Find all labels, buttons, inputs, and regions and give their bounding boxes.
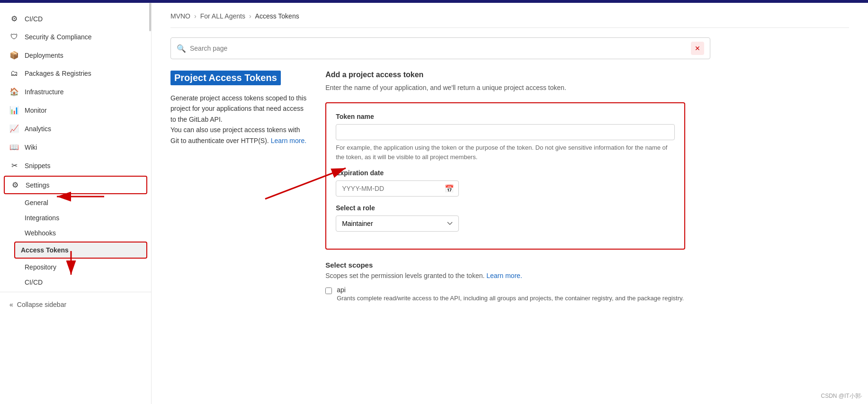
sidebar-item-label: Infrastructure <box>25 88 63 96</box>
wiki-icon: 📖 <box>9 143 19 152</box>
sidebar-sub-label: Integrations <box>25 214 59 222</box>
desc-line2: project for your applications that need … <box>170 105 304 112</box>
scopes-subtitle: Scopes set the permission levels granted… <box>325 272 685 279</box>
breadcrumb-divider <box>170 27 849 28</box>
sidebar-item-security[interactable]: 🛡 Security & Compliance <box>0 28 151 46</box>
settings-icon: ⚙ <box>10 180 20 189</box>
sidebar-sub-cicd[interactable]: CI/CD <box>0 275 151 290</box>
scopes-subtitle-text: Scopes set the permission levels granted… <box>325 272 484 279</box>
desc-line4: You can also use project access tokens w… <box>170 126 300 134</box>
sidebar-item-label: Deployments <box>25 52 63 59</box>
scroll-indicator <box>149 3 151 31</box>
collapse-arrow-icon: « <box>9 301 13 308</box>
sidebar-sub-repository[interactable]: Repository <box>0 260 151 275</box>
token-name-input[interactable] <box>336 124 675 140</box>
breadcrumb-sep-2: › <box>249 12 251 20</box>
desc-line5: Git to authenticate over HTTP(S). <box>170 137 269 144</box>
scopes-title: Select scopes <box>325 261 685 269</box>
form-section-subtitle: Enter the name of your application, and … <box>325 83 685 93</box>
sidebar-item-label: Analytics <box>25 125 51 133</box>
sidebar-item-snippets[interactable]: ✂ Snippets <box>0 156 151 175</box>
sidebar-item-label: Security & Compliance <box>25 33 92 41</box>
packages-icon: 🗂 <box>9 69 19 78</box>
sidebar-item-label: Monitor <box>25 107 47 114</box>
sidebar-item-analytics[interactable]: 📈 Analytics <box>0 119 151 138</box>
sidebar-item-packages[interactable]: 🗂 Packages & Registries <box>0 64 151 82</box>
search-input[interactable] <box>190 45 687 52</box>
right-column: Add a project access token Enter the nam… <box>325 71 685 308</box>
sidebar-item-label: Packages & Registries <box>25 70 91 77</box>
sidebar-sub-integrations[interactable]: Integrations <box>0 210 151 225</box>
token-name-group: Token name For example, the application … <box>336 113 675 162</box>
desc-line3: to the GitLab API. <box>170 116 223 123</box>
sidebar-sub-label: Access Tokens <box>21 246 69 254</box>
search-icon: 🔍 <box>177 44 186 53</box>
expiration-date-group: Expiration date 📅 <box>336 169 675 197</box>
token-name-hint: For example, the application using the t… <box>336 143 675 162</box>
form-section-title: Add a project access token <box>325 71 685 79</box>
monitor-icon: 📊 <box>9 106 19 115</box>
sidebar-item-label: CI/CD <box>25 15 43 23</box>
search-bar: 🔍 ✕ <box>170 37 710 59</box>
sidebar-sub-webhooks[interactable]: Webhooks <box>0 225 151 241</box>
shield-icon: 🛡 <box>9 33 19 41</box>
expiration-label: Expiration date <box>336 169 675 177</box>
sidebar-item-settings[interactable]: ⚙ Settings <box>4 176 147 194</box>
main-content: MVNO › For ALL Agents › Access Tokens 🔍 … <box>152 3 868 404</box>
breadcrumb-access-tokens: Access Tokens <box>255 12 299 20</box>
sidebar: ⚙ CI/CD 🛡 Security & Compliance 📦 Deploy… <box>0 3 152 404</box>
role-group: Select a role Guest Reporter Developer M… <box>336 204 675 232</box>
left-column: Project Access Tokens Generate project a… <box>170 71 306 308</box>
scope-api-desc: Grants complete read/write access to the… <box>337 294 684 303</box>
breadcrumb-for-all-agents[interactable]: For ALL Agents <box>200 12 245 20</box>
sidebar-sub-label: General <box>25 199 48 206</box>
sidebar-item-label: Snippets <box>25 162 50 170</box>
cicd-icon: ⚙ <box>9 14 19 23</box>
breadcrumb-mvno[interactable]: MVNO <box>170 12 190 20</box>
scopes-learn-more-link[interactable]: Learn more. <box>486 272 522 279</box>
scope-item-api: api Grants complete read/write access to… <box>325 286 685 303</box>
scope-api-checkbox[interactable] <box>325 287 332 294</box>
date-input-wrap: 📅 <box>336 180 459 197</box>
sidebar-sub-access-tokens[interactable]: Access Tokens <box>14 242 147 259</box>
breadcrumb: MVNO › For ALL Agents › Access Tokens <box>170 12 849 20</box>
sidebar-item-monitor[interactable]: 📊 Monitor <box>0 101 151 119</box>
sidebar-item-label: Wiki <box>25 144 37 151</box>
sidebar-item-cicd[interactable]: ⚙ CI/CD <box>0 9 151 28</box>
form-box: Token name For example, the application … <box>325 102 685 250</box>
token-name-label: Token name <box>336 113 675 120</box>
sidebar-sub-general[interactable]: General <box>0 195 151 210</box>
role-label: Select a role <box>336 204 675 212</box>
desc-line1: Generate project access tokens scoped to… <box>170 94 306 102</box>
scope-api-name: api <box>337 286 684 294</box>
snippets-icon: ✂ <box>9 161 19 170</box>
learn-more-link-desc[interactable]: Learn more. <box>271 137 306 144</box>
top-bar <box>0 0 868 3</box>
analytics-icon: 📈 <box>9 124 19 133</box>
sidebar-divider <box>0 292 151 292</box>
infrastructure-icon: 🏠 <box>9 87 19 96</box>
sidebar-sub-label: Repository <box>25 263 56 271</box>
content-area: Project Access Tokens Generate project a… <box>170 71 849 308</box>
scopes-section: Select scopes Scopes set the permission … <box>325 261 685 303</box>
sidebar-item-infrastructure[interactable]: 🏠 Infrastructure <box>0 82 151 101</box>
watermark: CSDN @IT小郭· <box>821 392 862 400</box>
page-description: Generate project access tokens scoped to… <box>170 93 306 146</box>
search-clear-button[interactable]: ✕ <box>691 42 704 55</box>
sidebar-item-wiki[interactable]: 📖 Wiki <box>0 138 151 156</box>
scope-api-info: api Grants complete read/write access to… <box>337 286 684 303</box>
deployments-icon: 📦 <box>9 51 19 60</box>
sidebar-item-deployments[interactable]: 📦 Deployments <box>0 46 151 64</box>
collapse-sidebar-button[interactable]: « Collapse sidebar <box>0 296 151 313</box>
page-title: Project Access Tokens <box>170 71 281 85</box>
sidebar-item-label: Settings <box>26 181 50 189</box>
sidebar-sub-label: Webhooks <box>25 229 56 237</box>
clear-icon: ✕ <box>695 45 700 52</box>
sidebar-sub-label: CI/CD <box>25 278 43 286</box>
breadcrumb-sep-1: › <box>194 12 197 20</box>
collapse-sidebar-label: Collapse sidebar <box>17 301 66 308</box>
role-select[interactable]: Guest Reporter Developer Maintainer Owne… <box>336 215 459 232</box>
expiration-date-input[interactable] <box>336 180 459 197</box>
